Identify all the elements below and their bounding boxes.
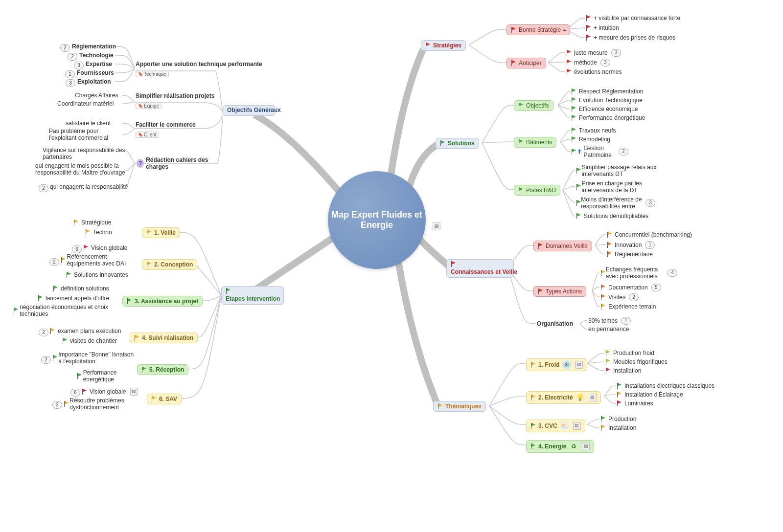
them-2-c[interactable]: Luminaires bbox=[616, 400, 654, 407]
etape-5[interactable]: 5. Réception bbox=[137, 364, 188, 375]
hub-thematiques[interactable]: Thématiques bbox=[433, 401, 486, 412]
them-1-a[interactable]: Production froid bbox=[604, 350, 655, 356]
them-2-a[interactable]: Installations électriques classiques bbox=[616, 382, 715, 389]
etape-6-a[interactable]: Vision globale▤ bbox=[81, 388, 139, 396]
veille-v3[interactable]: Organisation bbox=[536, 320, 574, 327]
question-icon: ? bbox=[137, 159, 144, 168]
them-2-b[interactable]: Installation d'Éclairage bbox=[616, 391, 684, 398]
etape-1[interactable]: 1. Veille bbox=[142, 227, 180, 238]
sol-o2-a[interactable]: Travaux neufs bbox=[570, 127, 617, 134]
obj-n2-b[interactable]: Coordinateur matériel bbox=[56, 100, 115, 107]
veille-v2[interactable]: Types Actions bbox=[533, 286, 586, 297]
hub-strategies-label: Stratégies bbox=[433, 42, 461, 49]
sol-o1-d[interactable]: Performance énergétique bbox=[570, 114, 646, 121]
hub-strategies[interactable]: Stratégies bbox=[421, 40, 466, 51]
flag-icon bbox=[50, 328, 56, 334]
obj-n3-b[interactable]: Pas problème pour l'exploitant commercia… bbox=[48, 128, 123, 141]
them-1-c[interactable]: Installation bbox=[604, 367, 642, 374]
veille-v2-c[interactable]: Visites2 bbox=[599, 293, 641, 301]
obj-n4-a[interactable]: Vigilance sur responsabilité des partena… bbox=[42, 147, 127, 160]
sol-o1[interactable]: Objectifs bbox=[514, 100, 553, 111]
sol-o3-d[interactable]: Solutions démultipliables bbox=[575, 213, 649, 220]
strat-s2[interactable]: Anticiper bbox=[507, 58, 546, 68]
strat-s2-c[interactable]: évolutions normes bbox=[565, 68, 622, 75]
obj-n2-a[interactable]: Chargés Affaires bbox=[74, 92, 119, 99]
veille-v1-a[interactable]: Concurrentiel (benchmarking) bbox=[606, 231, 693, 238]
hub-etapes[interactable]: Etapes intervention bbox=[221, 286, 284, 305]
obj-n3[interactable]: Faciliter le commerce Client bbox=[135, 122, 215, 138]
sol-o3-a[interactable]: Simplifier passage relais aux intervenan… bbox=[575, 164, 658, 177]
obj-n4[interactable]: ? Rédaction cahiers des charges bbox=[135, 156, 220, 170]
etape-2[interactable]: 2. Conception bbox=[142, 259, 197, 270]
veille-v1-c[interactable]: Réglementaire bbox=[606, 251, 654, 258]
obj-n1-d[interactable]: Fournisseurs bbox=[76, 69, 115, 76]
obj-n3-a[interactable]: satisfaire le client bbox=[65, 120, 112, 127]
obj-n4-c[interactable]: qui engagent la responsabilité bbox=[49, 183, 129, 190]
hub-solutions[interactable]: Solutions bbox=[436, 138, 479, 149]
etape-4-a[interactable]: examen plans exécution bbox=[49, 328, 122, 334]
hub-connaissances[interactable]: Connaissances et Veille bbox=[446, 259, 514, 278]
note-icon[interactable]: ▤ bbox=[573, 422, 581, 430]
etape-5-b[interactable]: Performance énergétique bbox=[76, 369, 132, 383]
note-icon[interactable]: ▤ bbox=[582, 443, 590, 450]
obj-n4-b[interactable]: qui engagent le mois possible la respons… bbox=[34, 162, 127, 176]
sol-o2-b[interactable]: Remodeling bbox=[570, 136, 611, 143]
etape-3-b[interactable]: lancement appels d'offre bbox=[37, 295, 110, 302]
sol-o3-c[interactable]: Moins d'interférence de responsabilités … bbox=[575, 196, 658, 210]
recycle-icon: ♻ bbox=[569, 442, 578, 451]
sol-o3-b[interactable]: Prise en charge par les intervenants de … bbox=[575, 180, 658, 194]
veille-v2-b[interactable]: Documentation5 bbox=[599, 284, 664, 291]
note-icon[interactable]: ▤ bbox=[589, 394, 597, 401]
them-4[interactable]: 4. Energie♻▤ bbox=[526, 440, 594, 453]
strat-s1[interactable]: Bonne Stratégie = bbox=[507, 24, 570, 35]
note-icon[interactable]: ▤ bbox=[130, 388, 138, 396]
etape-5-a[interactable]: Importance "Bonne" livraison à l'exploit… bbox=[51, 351, 137, 365]
veille-v1[interactable]: Domaines Veille bbox=[533, 241, 592, 251]
obj-n1-b[interactable]: Technologie bbox=[78, 52, 115, 59]
obj-n1-c[interactable]: Expertise bbox=[85, 61, 113, 67]
etape-3[interactable]: 3. Assistance au projet bbox=[122, 296, 203, 307]
strat-s1-b[interactable]: + intuition bbox=[585, 24, 620, 31]
etape-6-b[interactable]: Résoudre problèmes dysfonctionnement bbox=[63, 397, 143, 411]
obj-n1-e[interactable]: Exploitation bbox=[76, 78, 112, 85]
veille-v2-a[interactable]: Echanges fréquents avec professionnels4 bbox=[599, 266, 680, 280]
veille-v3-b[interactable]: en permanence bbox=[587, 326, 630, 332]
veille-v3-a[interactable]: 30% temps1 bbox=[587, 317, 633, 325]
note-icon[interactable]: ▤ bbox=[575, 361, 583, 369]
strat-s1-a[interactable]: + visibilité par connaissance forte bbox=[585, 15, 681, 22]
them-1[interactable]: 1. Froid❄▤ bbox=[526, 358, 587, 371]
veille-v2-d[interactable]: Expérience terrain bbox=[599, 303, 657, 310]
etape-4-b[interactable]: visites de chantier bbox=[61, 337, 118, 344]
strat-s2-b[interactable]: méthode3 bbox=[565, 59, 613, 66]
etape-6[interactable]: 6. SAV bbox=[147, 394, 182, 404]
obj-n1[interactable]: Apporter une solution technique performa… bbox=[135, 61, 220, 77]
sol-o3[interactable]: Pistes R&D bbox=[514, 185, 560, 196]
sol-o1-b[interactable]: Evolution Technologique bbox=[570, 97, 644, 104]
etape-1-b[interactable]: Techno bbox=[84, 229, 113, 236]
etape-2-c[interactable]: Solutions innovantes bbox=[65, 271, 129, 278]
sol-o1-c[interactable]: Efficience économique bbox=[570, 106, 639, 112]
them-1-b[interactable]: Meubles frigorifiques bbox=[604, 358, 668, 365]
them-3-a[interactable]: Production bbox=[599, 416, 637, 422]
sol-o2-c[interactable]: ⬆Gestion Patrimoine2 bbox=[570, 145, 631, 158]
etape-2-a[interactable]: Vision globale bbox=[82, 244, 129, 251]
sol-o1-a[interactable]: Respect Réglementation bbox=[570, 88, 644, 95]
strat-s2-a[interactable]: juste mesure3 bbox=[565, 49, 623, 57]
hub-objectifs[interactable]: Objectifs Généraux bbox=[223, 105, 276, 116]
them-3[interactable]: 3. CVC⛅▤ bbox=[526, 420, 585, 432]
obj-n2[interactable]: Simplifier réalisation projets Equipe bbox=[135, 93, 205, 109]
note-icon[interactable]: ▤ bbox=[433, 222, 440, 230]
them-2[interactable]: 2. Electricité💡▤ bbox=[526, 391, 601, 404]
etape-2-b[interactable]: Référencement équipements avec DAI bbox=[60, 253, 140, 267]
sol-o2[interactable]: Bâtiments bbox=[514, 137, 556, 148]
etape-1-a[interactable]: Stratégique bbox=[72, 219, 112, 226]
flag-icon bbox=[576, 184, 580, 190]
etape-3-a[interactable]: définition solutions bbox=[52, 285, 110, 292]
strat-s1-c[interactable]: + mesure des prises de risques bbox=[585, 34, 676, 41]
veille-v1-b[interactable]: Innovation1 bbox=[606, 241, 657, 249]
central-node[interactable]: Map Expert Fluides et Energie bbox=[328, 171, 426, 269]
them-3-b[interactable]: Installation bbox=[599, 424, 637, 431]
obj-n1-a[interactable]: Réglementation bbox=[71, 43, 117, 50]
etape-4[interactable]: 4. Suivi réalisation bbox=[130, 332, 198, 343]
etape-3-c[interactable]: négociation économiques et choix techniq… bbox=[12, 304, 112, 317]
